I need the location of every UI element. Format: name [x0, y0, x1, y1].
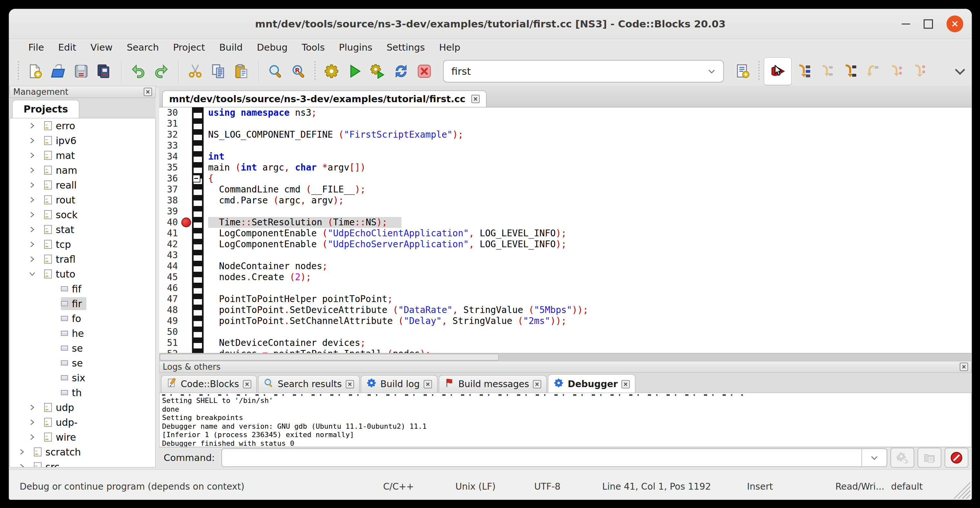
close-tab-icon[interactable] [243, 380, 251, 389]
log-tab-build-log[interactable]: Build log [361, 375, 438, 393]
menu-search[interactable]: Search [120, 41, 166, 54]
find-button[interactable] [264, 60, 287, 83]
chevron-right-icon[interactable] [27, 151, 37, 159]
breakpoint-margin[interactable] [180, 294, 192, 304]
log-tab-build-messages[interactable]: Build messages [439, 375, 547, 393]
close-tab-icon[interactable] [424, 380, 432, 389]
editor-tab-first-cc[interactable]: mnt/dev/tools/source/ns-3-dev/examples/t… [162, 91, 487, 107]
tree-item-stat[interactable]: stat [10, 222, 155, 237]
step-out-button[interactable] [861, 60, 884, 83]
breakpoint-margin[interactable] [180, 129, 192, 140]
resize-grip-icon[interactable] [952, 481, 970, 498]
scrollbar-thumb[interactable] [160, 354, 499, 360]
save-all-button[interactable] [93, 60, 116, 83]
menu-plugins[interactable]: Plugins [332, 41, 380, 54]
tree-item-reall[interactable]: reall [10, 178, 155, 193]
chevron-right-icon[interactable] [27, 181, 37, 189]
chevron-right-icon[interactable] [27, 137, 37, 144]
chevron-right-icon[interactable] [17, 463, 27, 467]
fold-collapse-icon[interactable] [192, 175, 200, 182]
close-tab-icon[interactable] [533, 380, 541, 389]
breakpoint-margin[interactable] [180, 261, 192, 272]
tree-item-fo[interactable]: fo [10, 311, 155, 326]
menu-view[interactable]: View [83, 41, 120, 54]
tree-item-mat[interactable]: mat [10, 148, 155, 163]
build-and-run-button[interactable] [366, 60, 390, 83]
new-file-button[interactable] [23, 60, 46, 83]
breakpoint-margin[interactable] [180, 250, 192, 261]
build-target-button[interactable] [731, 60, 754, 83]
chevron-right-icon[interactable] [27, 419, 37, 426]
toolbar-grip[interactable] [313, 61, 317, 81]
tab-projects[interactable]: Projects [12, 100, 79, 118]
debugger-log[interactable]: Setting SHELL to '/bin/sh'doneSetting br… [159, 393, 972, 447]
chevron-right-icon[interactable] [27, 226, 37, 233]
minimize-icon[interactable] [902, 24, 910, 24]
run-button[interactable] [343, 60, 366, 83]
breakpoint-margin[interactable] [180, 195, 192, 206]
menu-build[interactable]: Build [212, 41, 250, 54]
tree-item-fif[interactable]: fif [10, 282, 155, 296]
breakpoint-margin[interactable] [180, 140, 192, 151]
menu-file[interactable]: File [21, 41, 51, 54]
menu-settings[interactable]: Settings [380, 41, 432, 54]
tree-item-six[interactable]: six [10, 370, 155, 385]
breakpoint-margin[interactable] [180, 315, 192, 326]
tree-item-udp-[interactable]: udp- [10, 415, 155, 430]
breakpoint-margin[interactable] [180, 326, 192, 338]
stop-debugger-button[interactable] [945, 448, 969, 468]
chevron-right-icon[interactable] [27, 404, 37, 411]
chevron-right-icon[interactable] [27, 255, 37, 263]
breakpoint-margin[interactable] [180, 118, 192, 129]
projects-tree[interactable]: erroipv6matnamreallroutsockstattcptraflt… [10, 118, 156, 467]
tree-item-ipv6[interactable]: ipv6 [10, 133, 155, 148]
breakpoint-icon[interactable] [181, 218, 191, 227]
tree-item-fir[interactable]: fir [10, 296, 155, 311]
tree-item-erro[interactable]: erro [10, 118, 155, 133]
menu-project[interactable]: Project [166, 41, 212, 54]
tree-item-src[interactable]: src [10, 459, 155, 467]
breakpoint-margin[interactable] [180, 173, 192, 184]
debugger-settings-button[interactable] [891, 448, 914, 468]
command-input[interactable] [222, 449, 861, 467]
menu-debug[interactable]: Debug [250, 41, 294, 54]
close-icon[interactable] [947, 16, 963, 32]
cut-button[interactable] [184, 60, 207, 83]
tree-item-he[interactable]: he [10, 326, 155, 341]
maximize-icon[interactable] [924, 19, 933, 29]
chevron-right-icon[interactable] [27, 196, 37, 204]
menu-help[interactable]: Help [432, 41, 468, 54]
redo-button[interactable] [150, 60, 173, 83]
breakpoint-margin[interactable] [180, 107, 192, 118]
tree-item-udp[interactable]: udp [10, 400, 155, 415]
log-tab-debugger[interactable]: Debugger [548, 374, 635, 393]
chevron-right-icon[interactable] [17, 448, 27, 456]
step-into-button[interactable] [838, 60, 861, 83]
breakpoint-margin[interactable] [180, 162, 192, 173]
chevron-right-icon[interactable] [27, 240, 37, 248]
next-instruction-button[interactable] [884, 60, 907, 83]
breakpoint-margin[interactable] [180, 206, 192, 217]
breakpoint-margin[interactable] [180, 239, 192, 250]
close-panel-icon[interactable] [960, 363, 968, 371]
chevron-down-icon[interactable] [861, 449, 886, 467]
chevron-down-icon[interactable] [27, 270, 37, 278]
chevron-right-icon[interactable] [27, 433, 37, 441]
tree-item-nam[interactable]: nam [10, 163, 155, 178]
breakpoint-margin[interactable] [180, 338, 192, 349]
step-into-instruction-button[interactable] [907, 60, 931, 83]
tree-item-trafl[interactable]: trafl [10, 252, 155, 267]
next-line-button[interactable] [815, 60, 838, 83]
abort-button[interactable] [413, 60, 436, 83]
toolbar-grip[interactable] [16, 61, 21, 81]
tree-item-wire[interactable]: wire [10, 430, 155, 444]
close-tab-icon[interactable] [621, 380, 630, 389]
search-input[interactable] [444, 65, 700, 77]
toolbar-grip[interactable] [757, 61, 761, 81]
breakpoint-margin[interactable] [180, 349, 192, 353]
save-button[interactable] [70, 60, 93, 83]
copy-log-button[interactable] [918, 448, 941, 468]
chevron-right-icon[interactable] [27, 122, 37, 130]
rebuild-button[interactable] [390, 60, 413, 83]
build-button[interactable] [320, 60, 343, 83]
